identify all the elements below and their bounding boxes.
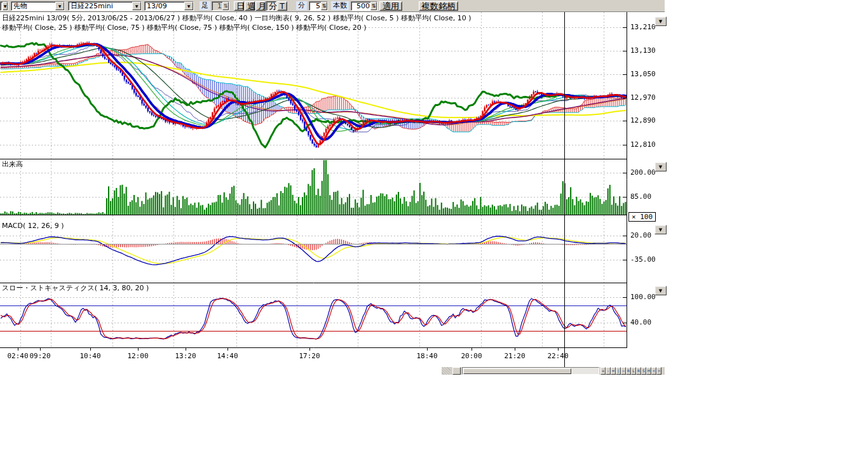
time-tick-label: 21:20: [502, 352, 527, 360]
axis-tick-label: 100.00: [630, 293, 656, 301]
time-tick-label: 17:20: [297, 352, 322, 360]
volume-multiplier-badge: × 100: [628, 212, 656, 222]
time-tick-label: 22:40: [545, 352, 571, 360]
period-button-月[interactable]: 月: [255, 1, 266, 11]
period-button-週[interactable]: 週: [245, 1, 255, 11]
apply-button[interactable]: 適用: [379, 1, 402, 11]
time-tick-label: 14:40: [215, 352, 240, 360]
bar-count-label: 本数: [331, 1, 349, 10]
mini-tool-button[interactable]: R: [636, 367, 641, 375]
macd-scale-dropdown-button[interactable]: ▼: [654, 225, 667, 234]
time-tick-label: 02:40: [5, 352, 31, 360]
axis-tick-label: 12,970: [630, 93, 656, 102]
contract-month-combobox[interactable]: 13/09 ▼: [144, 1, 194, 11]
bar-type-label: 足: [200, 1, 210, 10]
chevron-down-icon[interactable]: ▼: [3, 2, 8, 10]
period-button-T[interactable]: T: [277, 1, 287, 11]
bar-interval-value: 1: [212, 2, 222, 10]
time-tick-label: 13:20: [173, 352, 198, 360]
price-chart-canvas[interactable]: [0, 0, 667, 376]
chart-indicators-line2: 移動平均( Close, 25 ) 移動平均( Close, 75 ) 移動平均…: [2, 23, 367, 32]
chevron-down-icon[interactable]: ▼: [132, 2, 141, 10]
main-toolbar: ▼ 先物 ▼ 日経225mini ▼ 13/09 ▼ 足 1 ⇅ 日週月分T 分…: [0, 0, 665, 12]
axis-tick-label: 12,890: [630, 116, 656, 124]
mini-tool-button[interactable]: S: [641, 367, 646, 375]
axis-tick-label: 20.00: [630, 231, 651, 239]
instrument-type-combobox[interactable]: 先物 ▼: [11, 1, 65, 11]
axis-tick-label: 12,810: [630, 140, 656, 149]
period-button-日[interactable]: 日: [234, 1, 244, 11]
volume-panel-label: 出来高: [2, 159, 23, 169]
chart-application-window: ▼ 先物 ▼ 日経225mini ▼ 13/09 ▼ 足 1 ⇅ 日週月分T 分…: [0, 0, 868, 456]
time-tick-label: 09:20: [27, 352, 53, 360]
mini-tool-button[interactable]: >: [656, 367, 661, 375]
volume-scale-dropdown-button[interactable]: ▼: [654, 162, 667, 171]
period-button-分[interactable]: 分: [266, 1, 276, 11]
axis-tick-label: 13,050: [630, 70, 656, 78]
axis-tick-label: 85.00: [630, 192, 651, 201]
macd-panel-label: MACD( 12, 26, 9 ): [2, 222, 64, 230]
scrollbar-thumb[interactable]: [463, 368, 571, 374]
price-scale-dropdown-button[interactable]: ▼: [654, 17, 667, 26]
mini-tool-buttons: +-=|~RLRSH<>: [600, 367, 661, 375]
mini-tool-button[interactable]: |: [616, 367, 621, 375]
bar-count-value: 500: [351, 2, 370, 10]
time-tick-label: 18:40: [414, 352, 440, 360]
axis-tick-label: 200.00: [630, 168, 656, 177]
scroll-left-button[interactable]: [452, 367, 461, 375]
bar-interval-stepper[interactable]: 1 ⇅: [212, 1, 229, 11]
chevron-down-icon[interactable]: ▼: [55, 2, 64, 10]
contract-month-value: 13/09: [145, 2, 167, 10]
horizontal-scrollbar[interactable]: [462, 367, 599, 375]
spinner-icon[interactable]: ⇅: [321, 2, 327, 10]
minutes-label: 分: [296, 1, 307, 10]
time-tick-label: 20:00: [459, 352, 484, 360]
axis-tick-label: 13,130: [630, 46, 656, 55]
period-button-group: 日週月分T: [233, 1, 287, 11]
multi-symbol-button[interactable]: 複数銘柄: [419, 1, 458, 11]
partial-combobox[interactable]: ▼: [0, 1, 8, 11]
axis-tick-label: 13,210: [630, 23, 656, 31]
instrument-type-value: 先物: [11, 1, 27, 11]
chart-title-indicators-line1: 日経225mini 13/09( 5分, 2013/06/25 - 2013/0…: [2, 13, 471, 23]
stochastics-panel-label: スロー・ストキャスティクス( 14, 3, 80, 20 ): [2, 283, 149, 293]
mini-tool-button[interactable]: ~: [621, 367, 626, 375]
mini-tool-button[interactable]: R: [626, 367, 631, 375]
mini-tool-button[interactable]: <: [651, 367, 656, 375]
mini-tool-button[interactable]: +: [600, 367, 606, 375]
minutes-value: 5: [309, 2, 321, 10]
stoch-scale-dropdown-button[interactable]: ▼: [654, 286, 667, 295]
bottom-toolbar-strip: +-=|~RLRSH<>: [442, 367, 665, 375]
instrument-value: 日経225mini: [69, 1, 113, 11]
instrument-combobox[interactable]: 日経225mini ▼: [68, 1, 142, 11]
mini-tool-button[interactable]: L: [631, 367, 636, 375]
axis-tick-label: 40.00: [630, 318, 651, 326]
axis-tick-label: -35.00: [630, 255, 656, 264]
spinner-icon[interactable]: ⇅: [370, 2, 377, 10]
chevron-down-icon[interactable]: ▼: [184, 2, 193, 10]
time-tick-label: 12:00: [125, 352, 151, 360]
mini-tool-button[interactable]: H: [646, 367, 651, 375]
bar-count-stepper[interactable]: 500 ⇅: [351, 1, 377, 11]
spinner-icon[interactable]: ⇅: [222, 2, 229, 10]
minutes-stepper[interactable]: 5 ⇅: [309, 1, 328, 11]
time-tick-label: 10:40: [78, 352, 103, 360]
mini-tool-button[interactable]: =: [611, 367, 616, 375]
resize-grip[interactable]: [442, 367, 451, 375]
mini-tool-button[interactable]: -: [606, 367, 611, 375]
